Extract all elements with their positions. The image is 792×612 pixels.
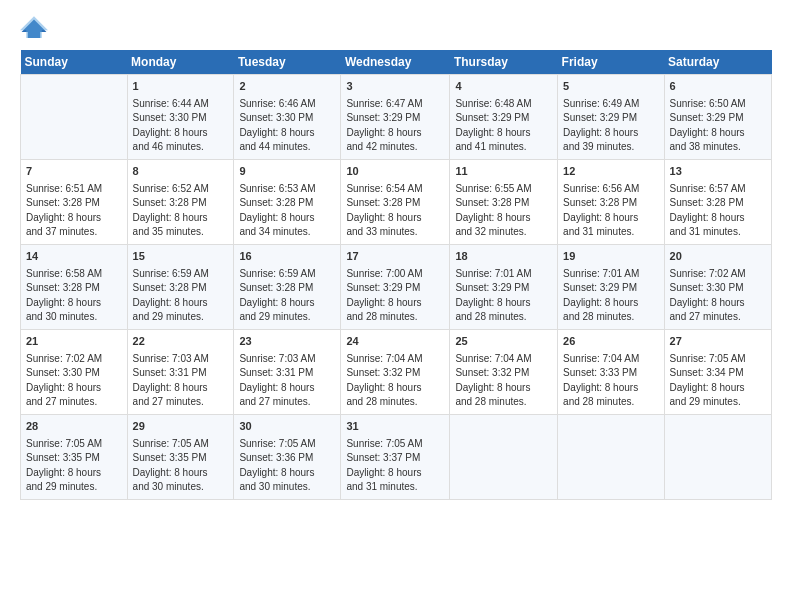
day-info-line: and 39 minutes. [563,140,658,155]
calendar-cell: 10Sunrise: 6:54 AMSunset: 3:28 PMDayligh… [341,160,450,245]
day-number: 30 [239,419,335,435]
day-info-line: Sunset: 3:31 PM [239,366,335,381]
day-info-line: Sunrise: 6:55 AM [455,182,552,197]
day-info-line: Sunset: 3:29 PM [346,111,444,126]
day-info-line: Sunset: 3:29 PM [346,281,444,296]
day-info-line: Daylight: 8 hours [133,466,229,481]
day-info-line: Sunset: 3:29 PM [563,111,658,126]
day-info-line: Daylight: 8 hours [346,126,444,141]
day-info-line: Sunrise: 6:52 AM [133,182,229,197]
day-info-line: Sunrise: 7:02 AM [26,352,122,367]
header-saturday: Saturday [664,50,771,75]
day-info-line: and 27 minutes. [26,395,122,410]
week-row-3: 14Sunrise: 6:58 AMSunset: 3:28 PMDayligh… [21,245,772,330]
day-info-line: Sunrise: 6:46 AM [239,97,335,112]
day-info-line: Sunset: 3:33 PM [563,366,658,381]
day-info-line: Sunset: 3:28 PM [455,196,552,211]
day-info-line: and 28 minutes. [346,310,444,325]
day-info-line: Sunrise: 7:04 AM [563,352,658,367]
day-info-line: and 28 minutes. [455,395,552,410]
day-number: 28 [26,419,122,435]
day-info-line: Sunset: 3:29 PM [455,281,552,296]
day-info-line: Daylight: 8 hours [455,296,552,311]
day-number: 3 [346,79,444,95]
day-info-line: Daylight: 8 hours [133,126,229,141]
day-info-line: Sunset: 3:31 PM [133,366,229,381]
day-info-line: Sunset: 3:29 PM [670,111,766,126]
day-number: 11 [455,164,552,180]
day-info-line: and 38 minutes. [670,140,766,155]
day-info-line: Daylight: 8 hours [346,211,444,226]
header-thursday: Thursday [450,50,558,75]
day-number: 25 [455,334,552,350]
day-info-line: Sunrise: 6:54 AM [346,182,444,197]
day-info-line: Sunrise: 6:48 AM [455,97,552,112]
calendar-cell: 24Sunrise: 7:04 AMSunset: 3:32 PMDayligh… [341,330,450,415]
week-row-2: 7Sunrise: 6:51 AMSunset: 3:28 PMDaylight… [21,160,772,245]
day-info-line: Sunrise: 7:01 AM [455,267,552,282]
day-info-line: Daylight: 8 hours [239,466,335,481]
calendar-cell: 17Sunrise: 7:00 AMSunset: 3:29 PMDayligh… [341,245,450,330]
day-info-line: Sunset: 3:30 PM [239,111,335,126]
day-info-line: and 37 minutes. [26,225,122,240]
day-info-line: Daylight: 8 hours [346,296,444,311]
day-number: 26 [563,334,658,350]
day-info-line: Daylight: 8 hours [133,211,229,226]
day-number: 15 [133,249,229,265]
day-info-line: Sunrise: 6:59 AM [239,267,335,282]
day-info-line: Sunrise: 7:03 AM [133,352,229,367]
day-number: 5 [563,79,658,95]
calendar-cell: 4Sunrise: 6:48 AMSunset: 3:29 PMDaylight… [450,75,558,160]
day-info-line: Daylight: 8 hours [26,466,122,481]
day-info-line: and 41 minutes. [455,140,552,155]
header-wednesday: Wednesday [341,50,450,75]
calendar-cell: 2Sunrise: 6:46 AMSunset: 3:30 PMDaylight… [234,75,341,160]
day-number: 22 [133,334,229,350]
day-info-line: Sunset: 3:28 PM [563,196,658,211]
day-info-line: Sunset: 3:30 PM [670,281,766,296]
day-info-line: Sunrise: 6:57 AM [670,182,766,197]
day-number: 23 [239,334,335,350]
day-info-line: and 30 minutes. [26,310,122,325]
day-info-line: Sunrise: 6:50 AM [670,97,766,112]
day-info-line: and 30 minutes. [133,480,229,495]
day-info-line: Daylight: 8 hours [346,381,444,396]
calendar-cell: 8Sunrise: 6:52 AMSunset: 3:28 PMDaylight… [127,160,234,245]
day-info-line: Daylight: 8 hours [670,211,766,226]
day-info-line: Sunset: 3:28 PM [346,196,444,211]
day-info-line: and 46 minutes. [133,140,229,155]
day-info-line: Sunset: 3:28 PM [133,196,229,211]
day-info-line: Daylight: 8 hours [455,211,552,226]
calendar-cell: 13Sunrise: 6:57 AMSunset: 3:28 PMDayligh… [664,160,771,245]
day-info-line: Sunset: 3:28 PM [133,281,229,296]
calendar-cell: 19Sunrise: 7:01 AMSunset: 3:29 PMDayligh… [558,245,664,330]
calendar-cell: 25Sunrise: 7:04 AMSunset: 3:32 PMDayligh… [450,330,558,415]
day-info-line: Daylight: 8 hours [133,296,229,311]
day-number: 16 [239,249,335,265]
logo [20,16,52,40]
day-number: 9 [239,164,335,180]
day-info-line: and 31 minutes. [670,225,766,240]
day-number: 2 [239,79,335,95]
day-info-line: Sunrise: 7:05 AM [346,437,444,452]
day-info-line: Sunrise: 6:51 AM [26,182,122,197]
day-number: 24 [346,334,444,350]
header [20,16,772,40]
day-info-line: Sunset: 3:29 PM [563,281,658,296]
calendar-cell: 23Sunrise: 7:03 AMSunset: 3:31 PMDayligh… [234,330,341,415]
day-number: 13 [670,164,766,180]
day-info-line: Sunrise: 7:05 AM [133,437,229,452]
day-number: 8 [133,164,229,180]
calendar-cell: 27Sunrise: 7:05 AMSunset: 3:34 PMDayligh… [664,330,771,415]
day-number: 14 [26,249,122,265]
day-number: 6 [670,79,766,95]
calendar-cell: 29Sunrise: 7:05 AMSunset: 3:35 PMDayligh… [127,415,234,500]
day-info-line: and 27 minutes. [133,395,229,410]
day-info-line: Daylight: 8 hours [239,381,335,396]
day-info-line: Sunset: 3:28 PM [239,281,335,296]
calendar-cell [558,415,664,500]
calendar-cell: 12Sunrise: 6:56 AMSunset: 3:28 PMDayligh… [558,160,664,245]
calendar-table: SundayMondayTuesdayWednesdayThursdayFrid… [20,50,772,500]
calendar-cell: 22Sunrise: 7:03 AMSunset: 3:31 PMDayligh… [127,330,234,415]
day-info-line: Sunrise: 7:05 AM [670,352,766,367]
